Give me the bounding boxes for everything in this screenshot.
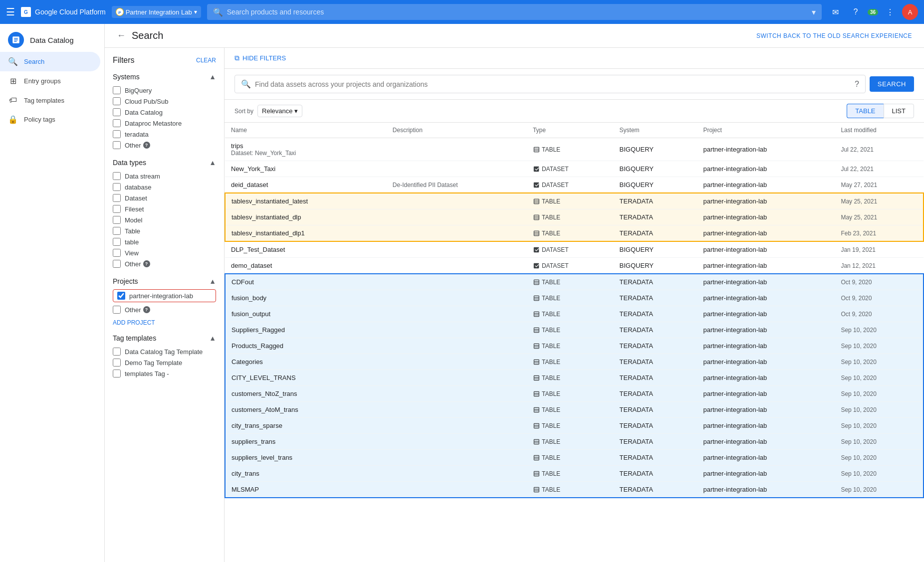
teradata-checkbox[interactable] — [113, 130, 121, 138]
table-row[interactable]: New_York_Taxi DATASET BIGQUERY partner-i… — [225, 161, 924, 177]
switch-experience-link[interactable]: SWITCH BACK TO THE OLD SEARCH EXPERIENCE — [756, 32, 912, 39]
sidebar-item-policy-tags[interactable]: 🔒 Policy tags — [0, 110, 100, 129]
table-row[interactable]: fusion_output TABLE TERADATA partner-int… — [225, 306, 924, 322]
table-row[interactable]: customers_NtoZ_trans TABLE TERADATA part… — [225, 386, 924, 402]
templates-tag-checkbox[interactable] — [113, 370, 121, 377]
table-row[interactable]: suppliers_level_trans TABLE TERADATA par… — [225, 450, 924, 466]
table-row[interactable]: city_trans_sparse TABLE TERADATA partner… — [225, 418, 924, 434]
filter-item-projects-other[interactable]: Other ? — [113, 304, 216, 315]
filter-item-demo-template[interactable]: Demo Tag Template — [113, 357, 216, 368]
table-row[interactable]: Suppliers_Ragged TABLE TERADATA partner-… — [225, 322, 924, 338]
table-row[interactable]: Categories TABLE TERADATA partner-integr… — [225, 354, 924, 370]
search-icon: 🔍 — [8, 57, 18, 66]
filter-item-bigquery[interactable]: BigQuery — [113, 85, 216, 96]
table-row[interactable]: tablesv_instantiated_dlp TABLE TERADATA … — [225, 209, 924, 225]
row-date: Oct 9, 2020 — [841, 279, 872, 286]
partner-selector[interactable]: P Partner Integration Lab ▾ — [112, 6, 201, 18]
systems-other-checkbox[interactable] — [113, 141, 121, 149]
bigquery-checkbox[interactable] — [113, 86, 121, 94]
add-project-button[interactable]: ADD PROJECT — [113, 319, 216, 326]
table-row[interactable]: tablesv_instantiated_dlp1 TABLE TERADATA… — [225, 225, 924, 242]
global-search-bar[interactable]: 🔍 Search products and resources ▾ — [207, 4, 822, 20]
dataset-checkbox[interactable] — [113, 194, 121, 202]
row-name: deid_dataset — [231, 181, 381, 188]
types-other-checkbox[interactable] — [113, 260, 121, 268]
dataproc-checkbox[interactable] — [113, 119, 121, 127]
results-search-help-icon[interactable]: ? — [855, 80, 859, 89]
datastream-checkbox[interactable] — [113, 172, 121, 180]
table-row[interactable]: trips Dataset: New_York_Taxi TABLE BIGQU… — [225, 138, 924, 161]
menu-icon[interactable]: ☰ — [6, 6, 15, 18]
clear-filters-button[interactable]: CLEAR — [196, 57, 216, 64]
types-other-help-icon[interactable]: ? — [143, 260, 150, 267]
filter-item-table-cap[interactable]: Table — [113, 225, 216, 236]
filter-item-datacatalog-template[interactable]: Data Catalog Tag Template — [113, 346, 216, 357]
table-row[interactable]: MLSMAP TABLE TERADATA partner-integratio… — [225, 482, 924, 498]
filter-item-model[interactable]: Model — [113, 214, 216, 225]
fileset-checkbox[interactable] — [113, 205, 121, 213]
filter-item-datastream[interactable]: Data stream — [113, 171, 216, 182]
table-row[interactable]: CITY_LEVEL_TRANS TABLE TERADATA partner-… — [225, 370, 924, 386]
filter-item-teradata[interactable]: teradata — [113, 129, 216, 140]
view-checkbox[interactable] — [113, 249, 121, 257]
systems-other-help-icon[interactable]: ? — [143, 142, 150, 149]
table-row[interactable]: deid_dataset De-Identified PII Dataset D… — [225, 177, 924, 193]
pubsub-checkbox[interactable] — [113, 97, 121, 105]
mail-icon[interactable]: ✉ — [828, 4, 844, 20]
filter-item-view[interactable]: View — [113, 247, 216, 258]
systems-section-header[interactable]: Systems ▲ — [113, 73, 216, 81]
table-row[interactable]: demo_dataset DATASET BIGQUERY partner-in… — [225, 258, 924, 274]
filter-item-systems-other[interactable]: Other ? — [113, 140, 216, 151]
filter-item-templates-tag[interactable]: templates Tag - — [113, 368, 216, 379]
search-button[interactable]: SEARCH — [870, 76, 914, 92]
datacatalog-template-checkbox[interactable] — [113, 348, 121, 356]
filter-item-partner-lab[interactable]: partner-integration-lab — [113, 289, 216, 302]
projects-other-checkbox[interactable] — [113, 306, 121, 314]
notification-badge[interactable]: 36 — [868, 9, 878, 15]
projects-other-label: Other ? — [125, 306, 150, 314]
filter-item-dataproc[interactable]: Dataproc Metastore — [113, 118, 216, 129]
table-row[interactable]: Products_Ragged TABLE TERADATA partner-i… — [225, 338, 924, 354]
filter-item-dataset[interactable]: Dataset — [113, 192, 216, 203]
tag-templates-section-header[interactable]: Tag templates ▲ — [113, 334, 216, 342]
help-icon[interactable]: ? — [848, 4, 864, 20]
table-row[interactable]: city_trans TABLE TERADATA partner-integr… — [225, 466, 924, 482]
table-view-button[interactable]: TABLE — [847, 104, 883, 118]
sidebar-item-search[interactable]: 🔍 Search — [0, 52, 100, 71]
list-view-button[interactable]: LIST — [884, 104, 914, 118]
sidebar-product-header: Data Catalog — [0, 24, 104, 52]
avatar[interactable]: A — [902, 4, 918, 20]
filter-item-table-lower[interactable]: table — [113, 236, 216, 247]
demo-template-checkbox[interactable] — [113, 359, 121, 367]
database-checkbox[interactable] — [113, 183, 121, 191]
filter-item-database[interactable]: database — [113, 182, 216, 192]
table-row[interactable]: fusion_body TABLE TERADATA partner-integ… — [225, 290, 924, 306]
results-search-input[interactable] — [255, 80, 851, 88]
table-row[interactable]: DLP_Test_Dataset DATASET BIGQUERY partne… — [225, 241, 924, 258]
table-row[interactable]: tablesv_instantiated_latest TABLE TERADA… — [225, 193, 924, 209]
table-lower-checkbox[interactable] — [113, 238, 121, 246]
two-panel: Filters CLEAR Systems ▲ BigQuery — [105, 48, 924, 562]
data-types-section-header[interactable]: Data types ▲ — [113, 159, 216, 167]
filter-item-datacatalog[interactable]: Data Catalog — [113, 107, 216, 118]
table-row[interactable]: customers_AtoM_trans TABLE TERADATA part… — [225, 402, 924, 418]
sidebar-item-entry-groups[interactable]: ⊞ Entry groups — [0, 71, 100, 91]
projects-section-header[interactable]: Projects ▲ — [113, 277, 216, 285]
more-icon[interactable]: ⋮ — [882, 4, 898, 20]
filter-item-fileset[interactable]: Fileset — [113, 203, 216, 214]
partner-lab-checkbox[interactable] — [117, 292, 125, 300]
projects-other-help-icon[interactable]: ? — [143, 306, 150, 313]
filter-item-types-other[interactable]: Other ? — [113, 258, 216, 269]
sort-select[interactable]: Relevance ▾ — [257, 105, 302, 117]
results-search-bar[interactable]: 🔍 ? — [234, 75, 866, 93]
filter-item-pubsub[interactable]: Cloud Pub/Sub — [113, 96, 216, 107]
datacatalog-checkbox[interactable] — [113, 108, 121, 116]
sidebar-item-tag-templates[interactable]: 🏷 Tag templates — [0, 91, 100, 110]
model-checkbox[interactable] — [113, 216, 121, 224]
back-button[interactable]: ← — [117, 30, 126, 41]
table-row[interactable]: suppliers_trans TABLE TERADATA partner-i… — [225, 434, 924, 450]
table-row[interactable]: CDFout TABLE TERADATA partner-integratio… — [225, 274, 924, 290]
hide-filters-button[interactable]: ⧉ HIDE FILTERS — [234, 54, 286, 62]
filter-header: Filters CLEAR — [113, 56, 216, 65]
table-cap-checkbox[interactable] — [113, 227, 121, 235]
